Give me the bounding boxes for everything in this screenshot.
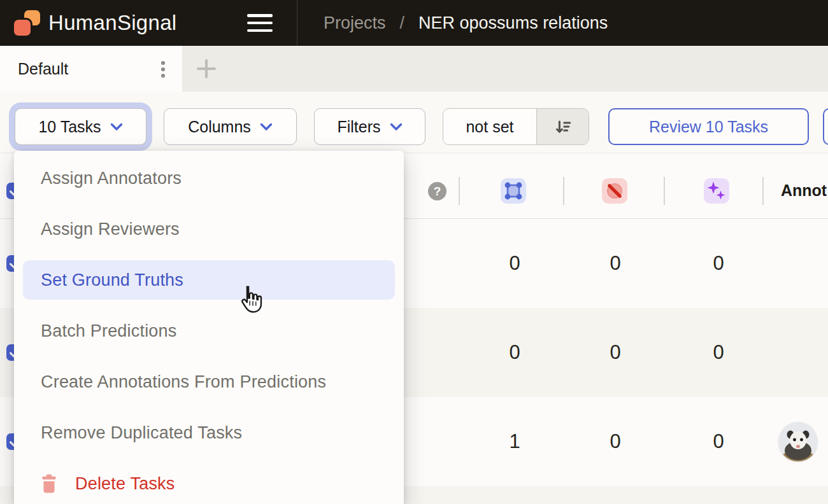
- cell-predictions: 0: [704, 340, 732, 365]
- column-skipped-icon[interactable]: [602, 178, 627, 204]
- add-tab-button[interactable]: [195, 57, 218, 80]
- help-icon[interactable]: ?: [428, 182, 446, 200]
- chevron-down-icon: [260, 123, 273, 131]
- breadcrumb-projects-link[interactable]: Projects: [324, 13, 386, 33]
- tab-label: Default: [18, 60, 68, 78]
- chevron-down-icon: [110, 123, 123, 131]
- data-manager-screen: ? Annot: [0, 0, 828, 504]
- menu-item-delete-tasks[interactable]: Delete Tasks: [14, 458, 404, 504]
- menu-item-create-annotations-from-predictions[interactable]: Create Annotations From Predictions: [14, 356, 404, 407]
- tab-options-button[interactable]: [161, 60, 166, 79]
- breadcrumb: Projects / NER opossums relations: [324, 0, 608, 46]
- column-divider: [664, 177, 665, 205]
- column-divider: [459, 177, 460, 205]
- annotator-avatar: [778, 422, 818, 461]
- column-predictions-icon[interactable]: [704, 178, 729, 204]
- annotations-region-icon: [501, 178, 526, 204]
- toolbar: 10 Tasks Columns Filters not set: [0, 92, 828, 153]
- tab-bar: Default: [0, 46, 828, 92]
- toolbar-button-cutoff[interactable]: [823, 108, 828, 145]
- menu-item-assign-reviewers[interactable]: Assign Reviewers: [14, 204, 404, 255]
- tab-default[interactable]: Default: [0, 46, 182, 92]
- menu-item-remove-duplicated-tasks[interactable]: Remove Duplicated Tasks: [14, 407, 404, 458]
- cell-annotations: 1: [501, 430, 529, 454]
- kebab-icon: [161, 61, 165, 65]
- column-divider: [762, 177, 764, 205]
- cell-predictions: 0: [704, 430, 732, 454]
- cell-skipped: 0: [601, 251, 629, 276]
- cell-predictions: 0: [704, 251, 732, 276]
- predictions-sparkles-icon: [704, 178, 729, 204]
- order-control: not set: [443, 108, 589, 145]
- chevron-down-icon: [390, 123, 403, 131]
- cell-skipped: 0: [601, 430, 629, 454]
- menu-item-set-ground-truths[interactable]: Set Ground Truths: [23, 260, 395, 300]
- menu-item-assign-annotators[interactable]: Assign Annotators: [14, 153, 404, 204]
- trash-icon: [41, 474, 57, 493]
- column-divider: [563, 177, 564, 205]
- sort-descending-icon: [554, 118, 571, 136]
- hamburger-icon: [247, 14, 273, 17]
- cell-annotations: 0: [501, 340, 529, 365]
- cell-annotations: 0: [501, 251, 529, 276]
- opossum-avatar-image: [778, 422, 818, 461]
- column-annotations-icon[interactable]: [501, 178, 526, 204]
- humansignal-logo-icon: [14, 9, 41, 37]
- tasks-actions-button[interactable]: 10 Tasks: [15, 108, 146, 145]
- filters-button[interactable]: Filters: [314, 108, 425, 145]
- header-divider: [297, 0, 297, 46]
- order-value-button[interactable]: not set: [443, 109, 536, 144]
- breadcrumb-separator: /: [400, 13, 405, 33]
- sort-direction-button[interactable]: [536, 109, 589, 144]
- bulk-actions-menu: Assign Annotators Assign Reviewers Set G…: [14, 151, 404, 504]
- breadcrumb-current: NER opossums relations: [418, 13, 608, 33]
- menu-item-batch-predictions[interactable]: Batch Predictions: [14, 305, 404, 356]
- skipped-cancelled-icon: [602, 178, 627, 204]
- brand-name: HumanSignal: [48, 11, 176, 35]
- review-tasks-button[interactable]: Review 10 Tasks: [608, 108, 809, 145]
- column-header-annotated[interactable]: Annot: [781, 181, 828, 200]
- brand-logo[interactable]: HumanSignal: [14, 9, 176, 37]
- top-header: HumanSignal Projects / NER opossums rela…: [0, 0, 828, 46]
- cell-skipped: 0: [601, 340, 629, 365]
- hamburger-menu-button[interactable]: [247, 14, 273, 32]
- columns-button[interactable]: Columns: [164, 108, 297, 145]
